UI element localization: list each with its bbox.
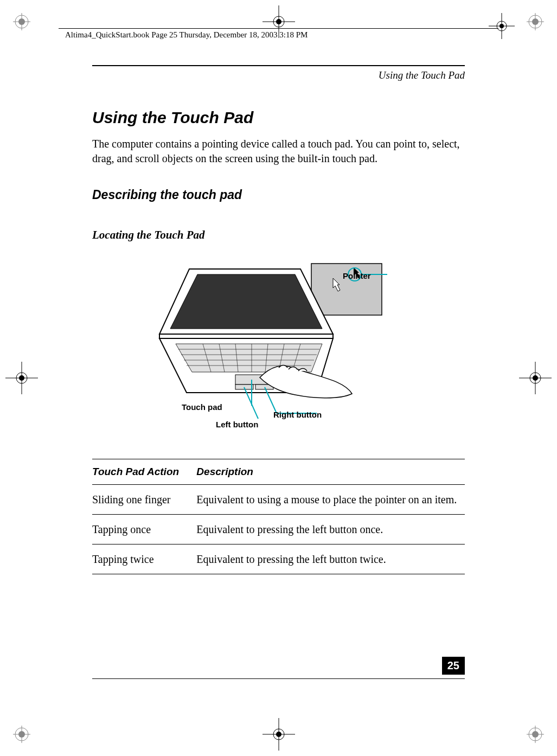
svg-point-27 (19, 375, 24, 381)
bottom-rule (92, 678, 465, 679)
header-rule (59, 28, 498, 29)
table-row: Sliding one finger Equivalent to using a… (92, 485, 465, 515)
top-rule (92, 65, 465, 66)
crop-mark-icon (13, 726, 30, 743)
svg-point-31 (533, 375, 538, 381)
table-cell-action: Tapping twice (92, 544, 196, 574)
svg-point-35 (500, 24, 504, 28)
svg-rect-41 (159, 334, 333, 338)
touchpad-action-table: Touch Pad Action Description Sliding one… (92, 459, 465, 574)
intro-paragraph: The computer contains a pointing device … (92, 137, 465, 166)
table-row: Tapping twice Equivalent to pressing the… (92, 544, 465, 574)
table-header-row: Touch Pad Action Description (92, 459, 465, 485)
crop-mark-icon (13, 13, 30, 30)
registration-mark-icon (489, 13, 515, 39)
table-cell-desc: Equivalent to pressing the left button o… (196, 515, 465, 544)
svg-marker-43 (176, 344, 322, 372)
figure-label-touchpad: Touch pad (182, 402, 222, 412)
registration-mark-icon (519, 362, 552, 394)
subsubheading: Locating the Touch Pad (92, 228, 465, 242)
header-metadata: Altima4_QuickStart.book Page 25 Thursday… (65, 30, 308, 40)
content-area: Using the Touch Pad Using the Touch Pad … (92, 65, 465, 691)
table-cell-desc: Equivalent to using a mouse to place the… (196, 485, 465, 515)
table-row: Tapping once Equivalent to pressing the … (92, 515, 465, 544)
table-cell-action: Tapping once (92, 515, 196, 544)
figure-label-pointer: Pointer (343, 271, 371, 280)
crop-mark-icon (527, 13, 544, 30)
subheading: Describing the touch pad (92, 188, 465, 202)
page-title: Using the Touch Pad (92, 108, 465, 127)
registration-mark-icon (5, 362, 38, 394)
table-header-desc: Description (196, 459, 465, 485)
figure-label-left-button: Left button (216, 420, 258, 429)
table-header-action: Touch Pad Action (92, 459, 196, 485)
table-cell-desc: Equivalent to pressing the left button t… (196, 544, 465, 574)
running-head: Using the Touch Pad (92, 69, 465, 81)
registration-mark-icon (263, 718, 295, 751)
figure-label-right-button: Right button (273, 410, 322, 419)
svg-point-23 (276, 732, 281, 737)
svg-point-19 (276, 19, 281, 24)
laptop-touchpad-illustration-icon (138, 258, 420, 421)
touchpad-figure: Pointer Touch pad Left button Right butt… (92, 258, 465, 437)
page-number: 25 (442, 657, 465, 675)
table-cell-action: Sliding one finger (92, 485, 196, 515)
svg-marker-40 (170, 274, 322, 329)
crop-mark-icon (527, 726, 544, 743)
